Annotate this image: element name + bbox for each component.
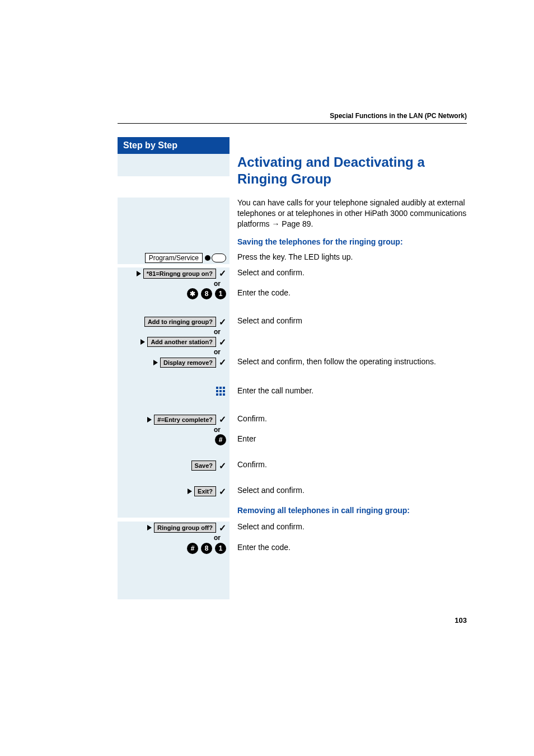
page-number: 103 <box>118 616 467 624</box>
page-header: Special Functions in the LAN (PC Network… <box>118 112 467 123</box>
or-label: or <box>118 426 226 434</box>
ringing-group-off-desc: Select and confirm. <box>237 522 305 531</box>
menu-arrow-icon <box>147 525 152 530</box>
intro-paragraph: You can have calls for your telephone si… <box>237 198 467 229</box>
or-label: or <box>118 280 226 288</box>
section-title: Activating and Deactivating a Ringing Gr… <box>237 154 467 187</box>
or-label: or <box>118 328 226 336</box>
exit-desc: Select and confirm. <box>237 486 305 495</box>
enter-code-desc-2: Enter the code. <box>237 543 291 552</box>
add-another-station-option: Add another station? <box>147 337 216 347</box>
ringing-group-on-desc: Select and confirm. <box>237 268 305 277</box>
display-remove-desc: Select and confirm, then follow the oper… <box>237 357 436 366</box>
confirm-check-icon: ✓ <box>218 461 226 471</box>
step-by-step-header: Step by Step <box>118 137 229 154</box>
confirm-check-icon: ✓ <box>218 523 226 533</box>
menu-arrow-icon <box>153 360 158 365</box>
key-1: 1 <box>215 288 226 299</box>
ringing-group-on-option: *81=Ringng group on? <box>143 269 216 279</box>
confirm-check-icon: ✓ <box>218 414 226 425</box>
confirm-check-icon: ✓ <box>218 317 226 327</box>
menu-arrow-icon <box>140 339 145 345</box>
exit-option: Exit? <box>194 486 216 496</box>
key-8: 8 <box>201 288 212 299</box>
key-star: ✱ <box>187 288 198 299</box>
key-hash: # <box>187 543 198 554</box>
keypad-icon <box>216 387 226 397</box>
confirm-check-icon: ✓ <box>218 337 226 348</box>
menu-arrow-icon <box>137 271 141 276</box>
or-label: or <box>118 534 226 542</box>
subheading-saving: Saving the telephones for the ringing gr… <box>237 237 467 246</box>
display-remove-option: Display remove? <box>160 358 216 368</box>
key-8: 8 <box>201 543 212 554</box>
or-label: or <box>118 348 226 356</box>
enter-desc: Enter <box>237 434 256 443</box>
add-to-ringing-group-option: Add to ringing group? <box>144 317 216 327</box>
entry-complete-desc: Confirm. <box>237 414 267 423</box>
program-service-key-label: Program/Service <box>145 253 203 263</box>
entry-complete-option: #=Entry complete? <box>154 415 216 425</box>
enter-code-desc: Enter the code. <box>237 288 291 297</box>
save-option: Save? <box>191 461 216 471</box>
key-1: 1 <box>215 543 226 554</box>
add-to-ringing-group-desc: Select and confirm <box>237 316 302 325</box>
enter-call-number-desc: Enter the call number. <box>237 386 313 395</box>
menu-arrow-icon <box>188 489 192 494</box>
save-desc: Confirm. <box>237 460 267 469</box>
ringing-group-off-option: Ringing group off? <box>154 523 216 533</box>
confirm-check-icon: ✓ <box>218 486 226 497</box>
subheading-removing: Removing all telephones in call ringing … <box>237 505 467 516</box>
led-key-icon <box>205 253 226 262</box>
menu-arrow-icon <box>147 417 152 422</box>
key-hash: # <box>215 434 226 445</box>
header-rule <box>118 123 467 124</box>
confirm-check-icon: ✓ <box>218 268 226 279</box>
confirm-check-icon: ✓ <box>218 357 226 368</box>
program-service-desc: Press the key. The LED lights up. <box>237 252 353 261</box>
